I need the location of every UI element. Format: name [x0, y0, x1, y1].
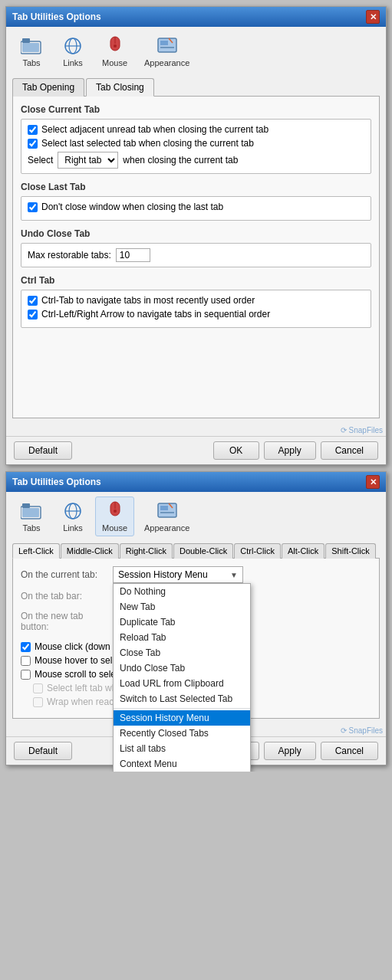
svg-rect-14 [22, 503, 30, 508]
section-close-last-box: Don't close window when closing the last… [21, 196, 371, 221]
select-adjacent-checkbox[interactable] [28, 125, 38, 135]
dropdown-context-menu[interactable]: Context Menu [114, 756, 250, 772]
toolbar-tabs[interactable]: Tabs [12, 31, 51, 71]
checkbox-select-last: Select last selected tab when closing th… [28, 138, 364, 149]
dropdown-arrow: ▼ [230, 571, 238, 579]
tab-ctrl-click[interactable]: Ctrl-Click [234, 543, 281, 559]
toolbar2-tabs[interactable]: Tabs [12, 497, 51, 536]
ctrl-seq-label: Ctrl-Left/Right Arrow to navigate tabs i… [41, 309, 270, 320]
scroll-select-checkbox[interactable] [21, 670, 31, 680]
new-tab-field-label: On the new tab button: [21, 611, 105, 632]
links-icon-2 [61, 500, 85, 522]
toolbar2-appearance[interactable]: Appearance [137, 497, 196, 536]
toolbar2-links[interactable]: Links [54, 497, 92, 536]
select-left-checkbox[interactable] [33, 683, 43, 693]
current-tab-value: Session History Menu [118, 569, 208, 580]
ok-button-1[interactable]: OK [213, 441, 259, 460]
svg-rect-1 [22, 38, 30, 43]
dropdown-do-nothing[interactable]: Do Nothing [114, 584, 250, 599]
select-adjacent-label: Select adjacent unread tab when closing … [41, 124, 268, 135]
wrap-checkbox[interactable] [33, 697, 43, 707]
mouse-icon [103, 35, 127, 57]
mouse-tab-row: Left-Click Middle-Click Right-Click Doub… [12, 542, 380, 559]
svg-rect-2 [22, 43, 39, 52]
close-button-2[interactable]: ✕ [366, 475, 380, 489]
tab-right-click[interactable]: Right-Click [120, 543, 173, 559]
dropdown-session-history[interactable]: Session History Menu [114, 710, 250, 726]
tab-select-dropdown[interactable]: Right tab Left tab First tab Last tab [58, 152, 118, 169]
section-close-current: Close Current Tab Select adjacent unread… [21, 104, 371, 174]
section-undo-close: Undo Close Tab Max restorable tabs: [21, 228, 371, 267]
select-last-checkbox[interactable] [28, 139, 38, 149]
dropdown-recently-closed[interactable]: Recently Closed Tabs [114, 726, 250, 741]
tab-row-1: Tab Opening Tab Closing [12, 77, 380, 97]
apply-button-1[interactable]: Apply [264, 441, 316, 460]
tab-shift-click[interactable]: Shift-Click [325, 543, 376, 559]
section-ctrl-tab-title: Ctrl Tab [21, 275, 371, 286]
tab-opening[interactable]: Tab Opening [12, 78, 84, 97]
ctrl-seq-checkbox[interactable] [28, 310, 38, 320]
tab-middle-click[interactable]: Middle-Click [61, 543, 119, 559]
tab-alt-click[interactable]: Alt-Click [282, 543, 324, 559]
dropdown-new-tab[interactable]: New Tab [114, 599, 250, 615]
dropdown-switch-last[interactable]: Switch to Last Selected Tab [114, 691, 250, 706]
dropdown-undo-close-tab[interactable]: Undo Close Tab [114, 660, 250, 676]
select-row: Select Right tab Left tab First tab Last… [28, 152, 364, 169]
window-2: Tab Utilities Options ✕ Tabs [5, 471, 387, 765]
ctrl-mru-checkbox[interactable] [28, 296, 38, 306]
section-ctrl-tab-box: Ctrl-Tab to navigate tabs in most recent… [21, 290, 371, 328]
mouse-content: On the current tab: Session History Menu… [12, 559, 380, 719]
dropdown-reload-tab[interactable]: Reload Tab [114, 630, 250, 645]
section-ctrl-tab: Ctrl Tab Ctrl-Tab to navigate tabs in mo… [21, 275, 371, 328]
section-close-current-box: Select adjacent unread tab when closing … [21, 119, 371, 174]
close-button-1[interactable]: ✕ [366, 10, 380, 24]
default-button-2[interactable]: Default [14, 742, 72, 760]
current-tab-dropdown-trigger[interactable]: Session History Menu ▼ [113, 566, 243, 583]
toolbar-appearance[interactable]: Appearance [137, 31, 196, 71]
current-tab-field-row: On the current tab: Session History Menu… [21, 566, 371, 583]
toolbar2-mouse-label: Mouse [102, 523, 127, 533]
tab-closing[interactable]: Tab Closing [86, 78, 154, 97]
section-undo-close-box: Max restorable tabs: [21, 243, 371, 267]
svg-rect-11 [160, 47, 174, 48]
window-title-2: Tab Utilities Options [12, 477, 101, 487]
checkbox-ctrl-mru: Ctrl-Tab to navigate tabs in most recent… [28, 295, 364, 306]
window-1: Tab Utilities Options ✕ Tabs [5, 6, 387, 465]
hover-select-checkbox[interactable] [21, 656, 31, 666]
title-bar-1: Tab Utilities Options ✕ [6, 7, 386, 27]
tab-double-click[interactable]: Double-Click [173, 543, 233, 559]
cancel-button-2[interactable]: Cancel [321, 742, 378, 760]
section-close-last: Close Last Tab Don't close window when c… [21, 182, 371, 221]
spinbox-row: Max restorable tabs: [28, 248, 364, 262]
svg-rect-24 [160, 512, 174, 513]
dropdown-load-url[interactable]: Load URL from Clipboard [114, 676, 250, 691]
toolbar2-links-label: Links [63, 523, 83, 533]
appearance-icon [155, 35, 180, 57]
dont-close-checkbox[interactable] [28, 202, 38, 212]
toolbar-mouse[interactable]: Mouse [95, 31, 134, 71]
toolbar-1: Tabs Links Mouse [6, 27, 386, 71]
select-suffix-label: when closing the current tab [123, 155, 238, 166]
toolbar2-appearance-label: Appearance [144, 523, 189, 533]
tabs-icon-2 [19, 500, 44, 522]
toolbar-links[interactable]: Links [54, 31, 92, 71]
svg-rect-23 [160, 506, 168, 510]
toolbar2-mouse[interactable]: Mouse [95, 497, 134, 536]
tab-left-click[interactable]: Left-Click [12, 543, 60, 559]
toolbar-tabs-label: Tabs [22, 58, 40, 67]
section-close-last-title: Close Last Tab [21, 182, 371, 192]
dropdown-divider-1 [114, 708, 250, 709]
dropdown-duplicate-tab[interactable]: Duplicate Tab [114, 615, 250, 630]
tabs-icon [19, 35, 44, 57]
cancel-button-1[interactable]: Cancel [321, 441, 378, 460]
mouse-down-checkbox[interactable] [21, 642, 31, 652]
dropdown-close-tab[interactable]: Close Tab [114, 645, 250, 660]
bottom-bar-1: Default OK Apply Cancel [6, 436, 386, 464]
default-button-1[interactable]: Default [14, 441, 72, 460]
checkbox-ctrl-seq: Ctrl-Left/Right Arrow to navigate tabs i… [28, 309, 364, 320]
apply-button-2[interactable]: Apply [264, 742, 316, 760]
content-area-1: Close Current Tab Select adjacent unread… [12, 97, 380, 418]
dropdown-list-all-tabs[interactable]: List all tabs [114, 741, 250, 756]
max-restorable-input[interactable] [116, 248, 150, 262]
toolbar2-tabs-label: Tabs [22, 523, 40, 533]
